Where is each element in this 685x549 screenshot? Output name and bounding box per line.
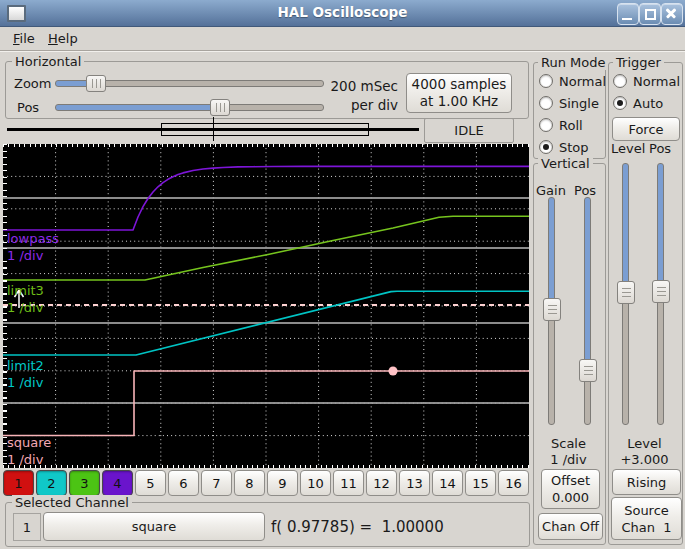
close-button[interactable] [661,3,683,25]
scope-label-square: square [7,435,51,451]
title-bar[interactable]: HAL Oscilloscope [0,0,685,27]
minimize-button[interactable] [617,3,639,25]
scope-ticks-top [3,144,529,147]
trigger-edge-button[interactable]: Rising [612,469,681,495]
channel-button-row: 12345678910111213141516 [3,470,529,496]
horizontal-pos-slider[interactable] [55,104,324,111]
radio-icon[interactable] [539,74,553,88]
trigger-level-slider-handle[interactable] [617,281,635,304]
radio-icon[interactable] [539,96,553,110]
time-per-div-value: 200 mSec [320,77,398,96]
trigger-pos-slider-label: Pos [649,141,671,156]
offset-button[interactable]: Offset 0.000 [541,469,600,509]
trigger-mode-option-label: Normal [633,74,680,89]
channel-button-7[interactable]: 7 [201,470,232,496]
channel-button-9[interactable]: 9 [267,470,298,496]
status-text: IDLE [454,123,483,138]
vertical-scale-caption: Scale [533,436,604,451]
selected-channel-number: 1 [13,513,41,541]
scope-ticks-bottom [3,465,529,468]
probe-marker-dot [389,367,398,376]
scope-scale-limit3: 1 /div [7,300,43,316]
zoom-slider-label: Zoom [14,76,51,91]
window-title: HAL Oscilloscope [0,4,685,20]
radio-icon[interactable] [539,118,553,132]
menu-help[interactable]: Help [44,30,82,47]
scope-label-lowpass: lowpass [7,231,59,247]
time-per-div-unit: per div [320,96,398,115]
pos-slider-label: Pos [17,100,39,115]
channel-button-2[interactable]: 2 [36,470,67,496]
trigger-pos-slider-handle[interactable] [652,280,670,303]
trigger-mode-option-normal[interactable]: Normal [613,70,680,92]
status-box: IDLE [424,118,514,143]
channel-button-8[interactable]: 8 [234,470,265,496]
channel-button-16[interactable]: 16 [498,470,529,496]
horizontal-group-label: Horizontal [12,54,84,69]
run-mode-option-normal[interactable]: Normal [539,70,606,92]
trigger-level-caption: Level [608,436,681,451]
vertical-pos-slider[interactable] [584,197,591,425]
channel-button-3[interactable]: 3 [69,470,100,496]
horizontal-pos-slider-handle[interactable] [210,99,230,116]
radio-icon[interactable] [539,140,553,154]
radio-icon[interactable] [613,74,627,88]
scope-scale-limit2: 1 /div [7,375,43,391]
scope-traces [3,144,529,468]
channel-button-13[interactable]: 13 [399,470,430,496]
force-button[interactable]: Force [612,117,680,141]
vertical-group-label: Vertical [538,156,593,171]
radio-icon[interactable] [613,96,627,110]
run-mode-option-label: Roll [559,118,583,133]
run-mode-option-label: Stop [559,140,589,155]
vertical-gain-slider-label: Gain [536,183,566,198]
scope-display[interactable]: lowpass1 /divlimit31 /divlimit21 /divsqu… [3,144,529,468]
horizontal-zoom-slider-handle[interactable] [86,75,106,92]
vertical-scale-value: 1 /div [533,452,604,467]
time-per-div: 200 mSec per div [320,77,398,115]
run-mode-option-single[interactable]: Single [539,92,606,114]
trigger-level-value: +3.000 [608,452,681,467]
probe-value-text: f( 0.97785) = 1.00000 [271,518,444,536]
trigger-mode-option-auto[interactable]: Auto [613,92,680,114]
channel-name-button[interactable]: square [43,512,265,541]
channel-button-12[interactable]: 12 [366,470,397,496]
channel-button-1[interactable]: 1 [3,470,34,496]
trigger-level-slider-label: Level [611,141,645,156]
run-mode-group-label: Run Mode [538,55,608,70]
vertical-gain-slider-handle[interactable] [543,298,561,321]
hal-oscilloscope-window: HAL Oscilloscope File Help Horizontal Zo… [0,0,685,549]
run-mode-option-label: Normal [559,74,606,89]
minimize-icon [622,18,632,20]
trigger-group-label: Trigger [613,55,664,70]
menu-file[interactable]: File [9,30,39,47]
record-preview-trigger-mark [213,117,214,141]
maximize-button[interactable] [639,3,661,25]
vertical-pos-slider-label: Pos [574,183,596,198]
trigger-mode-option-label: Auto [633,96,663,111]
channel-button-10[interactable]: 10 [300,470,331,496]
channel-button-6[interactable]: 6 [168,470,199,496]
run-mode-option-stop[interactable]: Stop [539,136,606,158]
record-preview-window [161,123,369,136]
channel-button-11[interactable]: 11 [333,470,364,496]
channel-button-14[interactable]: 14 [432,470,463,496]
scope-scale-square: 1 /div [7,452,43,468]
run-mode-option-label: Single [559,96,599,111]
channel-button-5[interactable]: 5 [135,470,166,496]
chan-off-button[interactable]: Chan Off [538,513,603,540]
selected-channel-label: Selected Channel [12,495,132,510]
vertical-pos-slider-handle[interactable] [579,359,597,382]
scope-scale-lowpass: 1 /div [7,248,43,264]
samples-button[interactable]: 4000 samples at 1.00 KHz [406,73,512,113]
channel-button-4[interactable]: 4 [102,470,133,496]
run-mode-option-roll[interactable]: Roll [539,114,606,136]
scope-label-limit2: limit2 [7,358,44,374]
scope-label-limit3: limit3 [7,283,44,299]
maximize-icon [645,9,656,20]
menu-bar: File Help [0,27,685,51]
channel-button-15[interactable]: 15 [465,470,496,496]
trigger-source-button[interactable]: Source Chan 1 [611,497,682,540]
